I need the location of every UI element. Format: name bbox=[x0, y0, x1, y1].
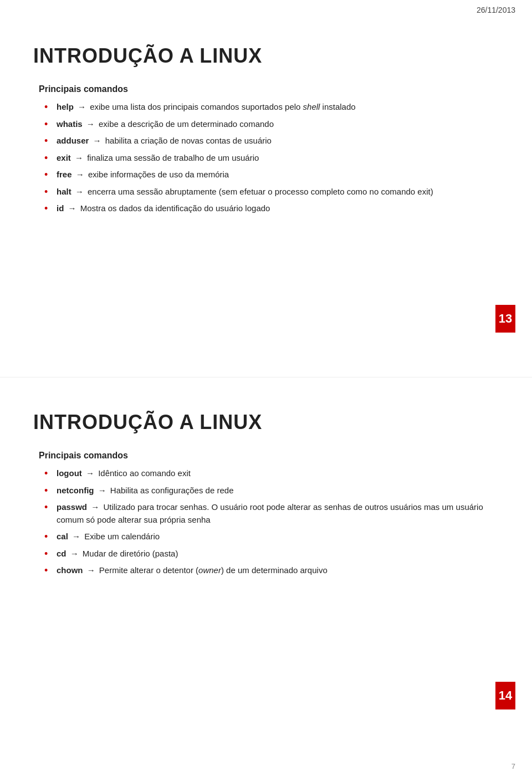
slide-1-page-number: 13 bbox=[495, 305, 515, 333]
list-item: halt → encerra uma sessão abruptamente (… bbox=[44, 186, 499, 198]
desc-cd: Mudar de diretório (pasta) bbox=[83, 549, 178, 558]
desc-netconfig: Habilita as configurações de rede bbox=[110, 486, 234, 495]
list-item: cd → Mudar de diretório (pasta) bbox=[44, 548, 499, 560]
cmd-whatis: whatis bbox=[57, 119, 83, 129]
desc-cal: Exibe um calendário bbox=[84, 532, 160, 541]
list-item: chown → Permite alterar o detentor (owne… bbox=[44, 564, 499, 577]
slide-1-subtitle: Principais comandos bbox=[33, 84, 499, 94]
list-item: adduser → habilita a criação de novas co… bbox=[44, 135, 499, 147]
cmd-cal: cal bbox=[57, 532, 68, 541]
desc-free: exibe informações de uso da memória bbox=[88, 170, 229, 179]
cmd-id: id bbox=[57, 203, 64, 213]
cmd-halt: halt bbox=[57, 187, 71, 196]
list-item: logout → Idêntico ao comando exit bbox=[44, 467, 499, 480]
cmd-free: free bbox=[57, 170, 72, 179]
slide-2-page-number: 14 bbox=[495, 682, 515, 709]
list-item: whatis → exibe a descrição de um determi… bbox=[44, 118, 499, 131]
page-footer: 7 bbox=[511, 762, 515, 770]
slide-1-title: INTRODUÇÃO A LINUX bbox=[33, 44, 499, 68]
desc-adduser: habilita a criação de novas contas de us… bbox=[105, 136, 272, 145]
list-item: free → exibe informações de uso da memór… bbox=[44, 169, 499, 181]
list-item: passwd → Utilizado para trocar senhas. O… bbox=[44, 501, 499, 526]
desc-whatis: exibe a descrição de um determinado coma… bbox=[99, 119, 274, 129]
cmd-exit: exit bbox=[57, 153, 71, 162]
slide-1-list: help → exibe uma lista dos principais co… bbox=[33, 101, 499, 215]
desc-logout: Idêntico ao comando exit bbox=[98, 468, 191, 478]
cmd-adduser: adduser bbox=[57, 136, 89, 145]
slide-2-subtitle: Principais comandos bbox=[33, 451, 499, 461]
desc-chown: Permite alterar o detentor (owner) de um… bbox=[99, 565, 328, 575]
desc-help: exibe uma lista dos principais comandos … bbox=[90, 102, 355, 111]
cmd-help: help bbox=[57, 102, 74, 111]
list-item: cal → Exibe um calendário bbox=[44, 530, 499, 543]
list-item: id → Mostra os dados da identificação do… bbox=[44, 202, 499, 215]
desc-id: Mostra os dados da identificação do usuá… bbox=[80, 203, 270, 213]
slide-2: INTRODUÇÃO A LINUX Principais comandos l… bbox=[0, 377, 532, 754]
cmd-passwd: passwd bbox=[57, 502, 87, 512]
cmd-netconfig: netconfig bbox=[57, 486, 94, 495]
desc-passwd: Utilizado para trocar senhas. O usuário … bbox=[57, 502, 483, 524]
list-item: netconfig → Habilita as configurações de… bbox=[44, 484, 499, 497]
cmd-logout: logout bbox=[57, 468, 82, 478]
list-item: help → exibe uma lista dos principais co… bbox=[44, 101, 499, 114]
desc-exit: finaliza uma sessão de trabalho de um us… bbox=[87, 153, 259, 162]
slide-2-list: logout → Idêntico ao comando exit netcon… bbox=[33, 467, 499, 577]
list-item: exit → finaliza uma sessão de trabalho d… bbox=[44, 152, 499, 165]
cmd-cd: cd bbox=[57, 549, 66, 558]
desc-halt: encerra uma sessão abruptamente (sem efe… bbox=[88, 187, 433, 196]
slide-2-title: INTRODUÇÃO A LINUX bbox=[33, 411, 499, 434]
cmd-chown: chown bbox=[57, 565, 83, 575]
slide-1: INTRODUÇÃO A LINUX Principais comandos h… bbox=[0, 0, 532, 377]
